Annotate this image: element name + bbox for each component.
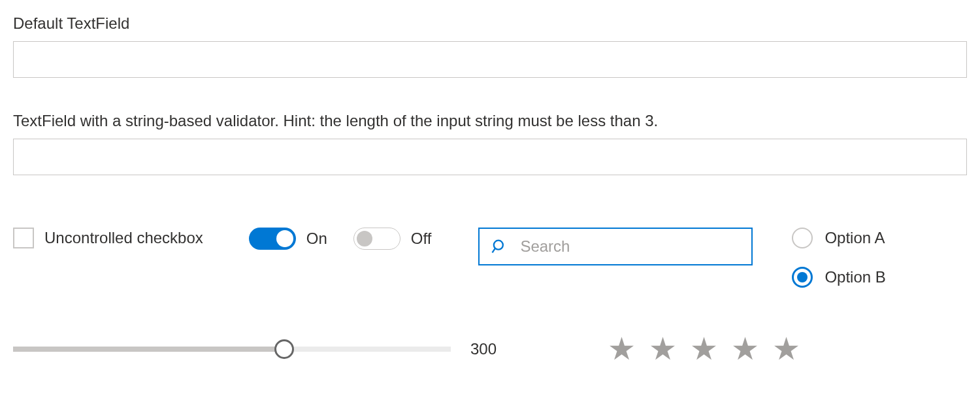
- slider[interactable]: [13, 347, 451, 352]
- star-icon[interactable]: ★: [649, 333, 677, 365]
- radio-group: Option A Option B: [792, 228, 885, 288]
- search-input[interactable]: [519, 237, 741, 256]
- radio-option-a-label: Option A: [825, 229, 885, 247]
- toggle-off[interactable]: [353, 228, 400, 250]
- radio-option-b-label: Option B: [825, 268, 885, 286]
- slider-track-fill: [13, 347, 284, 352]
- star-icon[interactable]: ★: [731, 333, 759, 365]
- slider-thumb[interactable]: [274, 339, 294, 359]
- validated-textfield-label: TextField with a string-based validator.…: [13, 110, 967, 131]
- uncontrolled-checkbox[interactable]: Uncontrolled checkbox: [13, 228, 203, 248]
- radio-option-a[interactable]: Option A: [792, 228, 885, 248]
- radio-dot: [797, 272, 808, 282]
- toggle-on-thumb: [276, 230, 293, 247]
- radio-circle[interactable]: [792, 228, 813, 248]
- search-icon: [490, 237, 508, 256]
- radio-circle[interactable]: [792, 267, 813, 288]
- star-icon[interactable]: ★: [690, 333, 718, 365]
- star-icon[interactable]: ★: [772, 333, 800, 365]
- slider-value: 300: [470, 340, 510, 358]
- default-textfield-label: Default TextField: [13, 13, 967, 33]
- slider-track-rest: [284, 347, 451, 352]
- svg-line-1: [493, 248, 496, 253]
- search-box[interactable]: [478, 228, 753, 265]
- radio-option-b[interactable]: Option B: [792, 267, 885, 288]
- validated-textfield[interactable]: [13, 139, 967, 175]
- checkbox-label: Uncontrolled checkbox: [44, 229, 203, 247]
- rating[interactable]: ★ ★ ★ ★ ★: [608, 333, 800, 365]
- star-icon[interactable]: ★: [608, 333, 636, 365]
- toggle-on-label: On: [306, 230, 327, 248]
- toggle-off-thumb: [357, 231, 372, 246]
- default-textfield[interactable]: [13, 41, 967, 78]
- checkbox-box[interactable]: [13, 228, 34, 248]
- toggle-on[interactable]: [249, 228, 296, 250]
- toggle-off-label: Off: [411, 230, 432, 248]
